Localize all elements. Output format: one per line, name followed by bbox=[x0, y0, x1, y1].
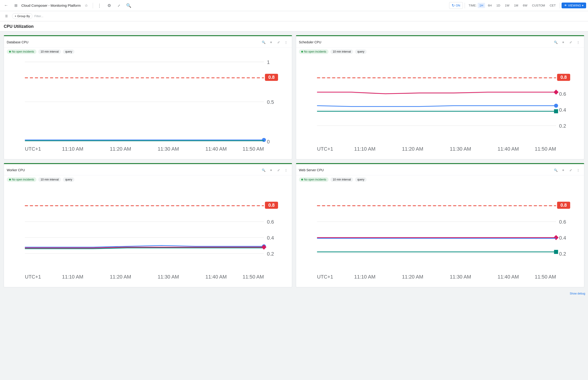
chart-grid: Database CPU🔍≡⤢⋮ No open incidents10 min… bbox=[0, 32, 588, 291]
fullscreen-icon: ⤢ bbox=[569, 40, 572, 44]
time-6w-button[interactable]: 6W bbox=[521, 3, 529, 8]
svg-text:11:50 AM: 11:50 AM bbox=[242, 274, 264, 280]
menu-button[interactable]: ☰ bbox=[3, 13, 10, 20]
settings-button[interactable]: ⚙ bbox=[105, 1, 113, 10]
grid-button[interactable]: ⊞ bbox=[12, 1, 20, 10]
legend-icon: ≡ bbox=[270, 169, 272, 172]
chart-svg-database-cpu: 00.510.8UTC+111:10 AM11:20 AM11:30 AM11:… bbox=[7, 56, 289, 157]
viewing-button[interactable]: 👁 VIEWING ▾ bbox=[562, 2, 586, 8]
time-1m-button[interactable]: 1M bbox=[512, 3, 520, 8]
incidents-badge-scheduler-cpu: No open incidents bbox=[299, 49, 329, 54]
chart-card-scheduler-cpu: Scheduler CPU🔍≡⤢⋮ No open incidents10 mi… bbox=[296, 35, 584, 159]
time-1d-button[interactable]: 1D bbox=[494, 3, 502, 8]
chart-legend-icon-scheduler-cpu[interactable]: ≡ bbox=[560, 39, 567, 45]
more-icon: ⋮ bbox=[97, 3, 101, 8]
incidents-badge-worker-cpu: No open incidents bbox=[7, 177, 36, 182]
svg-text:UTC+1: UTC+1 bbox=[25, 274, 41, 280]
chart-card-worker-cpu: Worker CPU🔍≡⤢⋮ No open incidents10 min i… bbox=[4, 163, 292, 287]
more-options-button[interactable]: ⋮ bbox=[95, 1, 104, 10]
chart-zoom-icon-worker-cpu[interactable]: 🔍 bbox=[260, 167, 267, 173]
svg-text:0.4: 0.4 bbox=[559, 235, 566, 241]
fullscreen-icon: ⤢ bbox=[277, 169, 280, 172]
query-tag-database-cpu: query bbox=[63, 49, 75, 54]
svg-text:11:30 AM: 11:30 AM bbox=[450, 146, 471, 152]
legend-icon: ≡ bbox=[270, 40, 272, 44]
chart-svg-web-server-cpu: 0.20.40.60.80.8UTC+111:10 AM11:20 AM11:3… bbox=[299, 184, 581, 285]
svg-text:UTC+1: UTC+1 bbox=[317, 146, 333, 152]
svg-text:1: 1 bbox=[267, 59, 270, 65]
chart-fullscreen-icon-worker-cpu[interactable]: ⤢ bbox=[275, 167, 282, 173]
chart-legend-icon-web-server-cpu[interactable]: ≡ bbox=[560, 167, 567, 173]
chart-actions-web-server-cpu: 🔍≡⤢⋮ bbox=[552, 167, 581, 173]
incidents-badge-web-server-cpu: No open incidents bbox=[299, 177, 329, 182]
chart-tags-database-cpu: No open incidents10 min intervalquery bbox=[4, 47, 292, 56]
interval-tag-scheduler-cpu: 10 min interval bbox=[330, 49, 353, 54]
chart-body-worker-cpu: 0.20.40.60.80.8UTC+111:10 AM11:20 AM11:3… bbox=[4, 184, 292, 287]
chart-more-icon-database-cpu[interactable]: ⋮ bbox=[283, 39, 289, 45]
chart-actions-worker-cpu: 🔍≡⤢⋮ bbox=[260, 167, 289, 173]
chart-fullscreen-icon-database-cpu[interactable]: ⤢ bbox=[275, 39, 282, 45]
svg-text:0.4: 0.4 bbox=[267, 235, 274, 241]
chart-legend-icon-worker-cpu[interactable]: ≡ bbox=[268, 167, 274, 173]
svg-text:11:40 AM: 11:40 AM bbox=[498, 274, 519, 280]
search-button[interactable]: 🔍 bbox=[124, 1, 133, 10]
gear-icon: ⚙ bbox=[107, 3, 111, 8]
chart-fullscreen-icon-scheduler-cpu[interactable]: ⤢ bbox=[567, 39, 574, 45]
time-custom-button[interactable]: CUSTOM bbox=[530, 3, 547, 8]
green-dot bbox=[301, 51, 303, 53]
svg-text:0.2: 0.2 bbox=[559, 251, 566, 257]
chevron-down-icon: ▾ bbox=[582, 4, 584, 7]
refresh-icon: ↻ bbox=[452, 3, 455, 8]
chart-svg-scheduler-cpu: 0.20.40.60.80.8UTC+111:10 AM11:20 AM11:3… bbox=[299, 56, 581, 157]
chart-zoom-icon-scheduler-cpu[interactable]: 🔍 bbox=[552, 39, 559, 45]
page-title: Cloud Composer - Monitoring Platform bbox=[21, 3, 81, 7]
chart-more-icon-web-server-cpu[interactable]: ⋮ bbox=[575, 167, 581, 173]
legend-icon: ≡ bbox=[562, 40, 564, 44]
divider-1 bbox=[93, 3, 93, 8]
svg-text:11:30 AM: 11:30 AM bbox=[450, 274, 471, 280]
svg-text:11:10 AM: 11:10 AM bbox=[62, 274, 83, 280]
chart-body-scheduler-cpu: 0.20.40.60.80.8UTC+111:10 AM11:20 AM11:3… bbox=[296, 56, 584, 159]
chart-header-scheduler-cpu: Scheduler CPU🔍≡⤢⋮ bbox=[296, 36, 584, 47]
chart-title-database-cpu: Database CPU bbox=[7, 40, 28, 44]
chart-zoom-icon-database-cpu[interactable]: 🔍 bbox=[260, 39, 267, 45]
svg-text:11:20 AM: 11:20 AM bbox=[110, 274, 131, 280]
more-icon: ⋮ bbox=[577, 40, 580, 44]
fullscreen-icon: ⤢ bbox=[277, 40, 280, 44]
svg-text:11:20 AM: 11:20 AM bbox=[110, 146, 131, 152]
filter-bar: ☰ + Group By Filter... bbox=[0, 11, 588, 21]
svg-text:0.5: 0.5 bbox=[267, 99, 274, 105]
chart-more-icon-worker-cpu[interactable]: ⋮ bbox=[283, 167, 289, 173]
star-button[interactable]: ☆ bbox=[82, 1, 90, 10]
time-cet-button[interactable]: CET bbox=[548, 3, 558, 8]
query-tag-scheduler-cpu: query bbox=[355, 49, 367, 54]
chart-svg-worker-cpu: 0.20.40.60.80.8UTC+111:10 AM11:20 AM11:3… bbox=[7, 184, 289, 285]
svg-text:11:20 AM: 11:20 AM bbox=[402, 274, 423, 280]
time-6h-button[interactable]: 6H bbox=[486, 3, 494, 8]
time-1w-button[interactable]: 1W bbox=[503, 3, 511, 8]
expand-button[interactable]: ⤢ bbox=[115, 1, 123, 10]
svg-text:11:50 AM: 11:50 AM bbox=[535, 274, 556, 280]
query-tag-web-server-cpu: query bbox=[355, 177, 367, 182]
time-1h-button[interactable]: 1H bbox=[478, 3, 485, 8]
svg-text:11:50 AM: 11:50 AM bbox=[535, 146, 556, 152]
svg-text:UTC+1: UTC+1 bbox=[25, 146, 41, 152]
chart-zoom-icon-web-server-cpu[interactable]: 🔍 bbox=[552, 167, 559, 173]
refresh-on-button[interactable]: ↻ ON bbox=[449, 2, 463, 9]
chart-legend-icon-database-cpu[interactable]: ≡ bbox=[268, 39, 274, 45]
chart-tags-scheduler-cpu: No open incidents10 min intervalquery bbox=[296, 47, 584, 56]
back-button[interactable]: ← bbox=[2, 1, 10, 10]
chart-more-icon-scheduler-cpu[interactable]: ⋮ bbox=[575, 39, 581, 45]
chart-title-scheduler-cpu: Scheduler CPU bbox=[299, 40, 321, 44]
show-debug-link[interactable]: Show debug bbox=[0, 291, 588, 296]
chart-body-database-cpu: 00.510.8UTC+111:10 AM11:20 AM11:30 AM11:… bbox=[4, 56, 292, 159]
zoom-icon: 🔍 bbox=[554, 169, 558, 172]
more-icon: ⋮ bbox=[284, 40, 288, 44]
svg-text:0.8: 0.8 bbox=[268, 75, 274, 80]
svg-text:11:40 AM: 11:40 AM bbox=[205, 274, 227, 280]
chart-fullscreen-icon-web-server-cpu[interactable]: ⤢ bbox=[567, 167, 574, 173]
svg-text:0.2: 0.2 bbox=[559, 123, 566, 129]
group-by-button[interactable]: + Group By bbox=[12, 13, 32, 19]
chart-body-web-server-cpu: 0.20.40.60.80.8UTC+111:10 AM11:20 AM11:3… bbox=[296, 184, 584, 287]
svg-text:11:40 AM: 11:40 AM bbox=[205, 146, 227, 152]
